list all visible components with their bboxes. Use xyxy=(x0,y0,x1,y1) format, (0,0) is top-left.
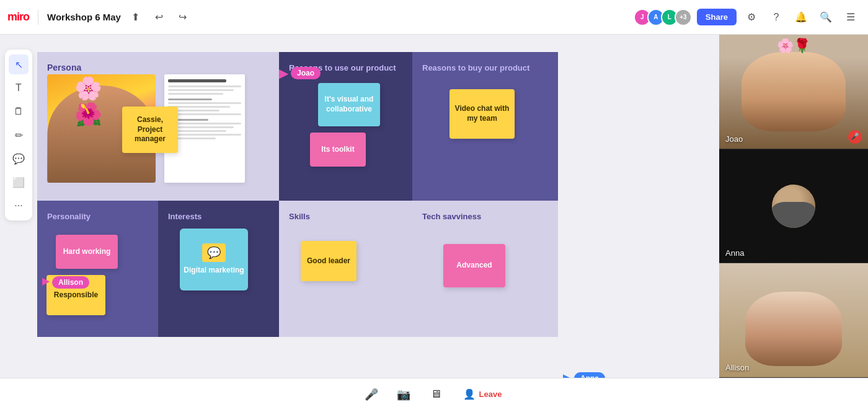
cursor-allison: ▶ Allison xyxy=(42,276,89,289)
cursor-anna: ▶ Anna xyxy=(563,372,605,378)
topbar-icons: ⬆ ↩ ↪ xyxy=(126,7,193,27)
sticky-hard-working: Hard working xyxy=(56,235,118,269)
cell-reasons-buy: Reasons to buy our product Video chat wi… xyxy=(412,52,558,201)
leave-label: Leave xyxy=(479,390,502,399)
bottom-row: Personality Hard working Responsible Int… xyxy=(37,201,595,337)
skills-label: Skills xyxy=(289,212,310,221)
board-container: Persona 🌸🌺 xyxy=(37,52,595,337)
video-tile-anna: Anna xyxy=(719,149,868,264)
settings-icon[interactable]: ⚙ xyxy=(742,7,761,27)
sticky-good-leader: Good leader xyxy=(301,241,356,281)
left-toolbar: ↖ T 🗒 ✏ 💬 ⬜ ··· xyxy=(5,50,32,220)
cursor-allison-label: Allison xyxy=(52,276,89,289)
topbar-divider xyxy=(38,10,38,25)
text-tool[interactable]: T xyxy=(9,78,29,98)
redo-button[interactable]: ↪ xyxy=(173,7,193,27)
comment-tool[interactable]: 💬 xyxy=(9,149,29,168)
cell-persona: Persona 🌸🌺 xyxy=(37,52,279,201)
cursor-tool[interactable]: ↖ xyxy=(9,55,29,74)
video-tile-allison: Allison xyxy=(719,263,868,378)
avatar-count: +3 xyxy=(675,9,692,26)
video-muted-joao: 🎤 xyxy=(848,130,862,144)
topbar-left: miro Workshop 6 May ⬆ ↩ ↪ xyxy=(7,7,193,27)
topbar-right: J A L +3 Share ⚙ ? 🔔 🔍 ☰ xyxy=(634,7,861,27)
reasons-buy-label: Reasons to buy our product xyxy=(422,63,529,72)
undo-button[interactable]: ↩ xyxy=(149,7,169,27)
cell-skills: Skills Good leader xyxy=(279,201,412,337)
sticky-video-chat: Video chat with my team xyxy=(450,89,515,139)
cursor-joao-label: Joao xyxy=(291,67,321,79)
board-title: Workshop 6 May xyxy=(47,12,121,22)
video-panel: 🌸🌹 Joao 🎤 Anna Allison xyxy=(719,35,868,378)
microphone-button[interactable]: 🎤 xyxy=(360,383,383,406)
cell-personality: Personality Hard working Responsible xyxy=(37,201,158,337)
more-tools[interactable]: ··· xyxy=(9,196,29,216)
bottombar: 🎤 📷 🖥 👤 Leave xyxy=(0,378,868,410)
video-name-allison: Allison xyxy=(725,363,749,372)
video-name-anna: Anna xyxy=(725,248,744,258)
cell-tech: Tech savviness Advanced xyxy=(412,201,558,337)
canvas[interactable]: Persona 🌸🌺 xyxy=(0,35,719,378)
menu-icon[interactable]: ☰ xyxy=(841,7,861,27)
sticky-advanced: Advanced xyxy=(443,244,505,287)
cursor-anna-label: Anna xyxy=(574,372,605,378)
sticky-cassie: Cassie, Project manager xyxy=(122,107,178,153)
search-icon[interactable]: 🔍 xyxy=(816,7,836,27)
anna-avatar xyxy=(772,185,815,228)
frame-tool[interactable]: ⬜ xyxy=(9,172,29,192)
interests-label: Interests xyxy=(168,212,202,221)
leave-button[interactable]: 👤 Leave xyxy=(457,385,508,404)
pen-tool[interactable]: ✏ xyxy=(9,125,29,145)
tech-label: Tech savviness xyxy=(422,212,481,221)
personality-label: Personality xyxy=(47,212,91,221)
cursor-joao: ▶ Joao xyxy=(279,67,321,79)
help-icon[interactable]: ? xyxy=(766,7,786,27)
persona-label: Persona xyxy=(47,63,81,72)
cell-interests: Interests 💬 Digital marketing xyxy=(158,201,279,337)
topbar: miro Workshop 6 May ⬆ ↩ ↪ J A L +3 Share… xyxy=(0,0,868,35)
share-button[interactable]: Share xyxy=(697,9,737,25)
miro-logo: miro xyxy=(7,11,29,24)
sticky-toolkit: Its toolkit xyxy=(310,133,366,167)
notifications-icon[interactable]: 🔔 xyxy=(791,7,811,27)
camera-button[interactable]: 📷 xyxy=(392,383,415,406)
upload-icon[interactable]: ⬆ xyxy=(126,7,146,27)
sticky-digital-marketing: 💬 Digital marketing xyxy=(180,229,248,290)
sticky-visual: It's visual and collaborative xyxy=(318,83,380,126)
screen-share-button[interactable]: 🖥 xyxy=(425,383,447,406)
video-name-joao: Joao xyxy=(725,134,743,144)
sticky-tool[interactable]: 🗒 xyxy=(9,102,29,121)
avatar-stack: J A L +3 xyxy=(634,9,692,26)
video-tile-joao: 🌸🌹 Joao 🎤 xyxy=(719,35,868,149)
